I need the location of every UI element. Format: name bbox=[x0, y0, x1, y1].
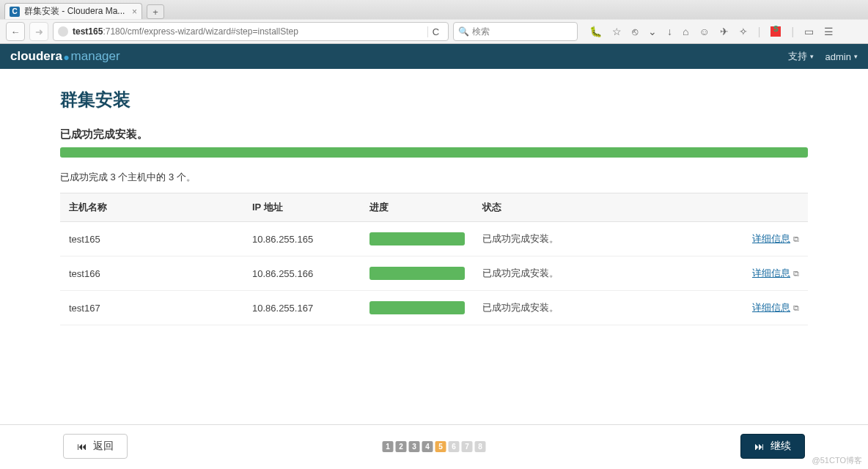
cell-status: 已成功完成安装。 bbox=[474, 222, 720, 256]
url-bar[interactable]: test165:7180/cmf/express-wizard/wizard#s… bbox=[53, 22, 449, 41]
bookmark-star-icon[interactable]: ☆ bbox=[612, 26, 622, 37]
row-progress-bar bbox=[369, 232, 465, 245]
step-2[interactable]: 2 bbox=[396, 441, 407, 452]
next-icon: ⏭ bbox=[754, 440, 765, 452]
tab-title: 群集安装 - Cloudera Ma... bbox=[24, 5, 125, 18]
cell-host: test167 bbox=[60, 291, 243, 325]
pocket-icon[interactable]: ⌄ bbox=[648, 26, 657, 37]
back-wizard-button[interactable]: ⏮ 返回 bbox=[63, 434, 128, 459]
hosts-table: 主机名称 IP 地址 进度 状态 test16510.86.255.165已成功… bbox=[60, 193, 808, 325]
cell-ip: 10.86.255.165 bbox=[243, 222, 361, 256]
support-menu[interactable]: 支持▾ bbox=[788, 50, 814, 63]
table-row: test16510.86.255.165已成功完成安装。详细信息⧉ bbox=[60, 222, 808, 256]
search-placeholder: 検索 bbox=[472, 26, 490, 38]
search-icon: 🔍 bbox=[458, 26, 469, 37]
prev-icon: ⏮ bbox=[77, 440, 87, 452]
external-icon: ⧉ bbox=[793, 234, 799, 243]
summary-text: 已成功完成 3 个主机中的 3 个。 bbox=[60, 171, 808, 184]
menu-icon[interactable]: ☰ bbox=[824, 26, 834, 37]
send-icon[interactable]: ✈ bbox=[720, 26, 729, 37]
reload-icon[interactable]: C bbox=[427, 26, 444, 37]
url-text: test165:7180/cmf/express-wizard/wizard#s… bbox=[73, 26, 298, 37]
admin-menu[interactable]: admin▾ bbox=[825, 50, 858, 63]
snew-icon[interactable] bbox=[770, 26, 781, 37]
step-indicator: 12345678 bbox=[383, 441, 486, 452]
caret-down-icon: ▾ bbox=[854, 53, 858, 60]
detail-link[interactable]: 详细信息 bbox=[752, 302, 790, 313]
library-icon[interactable]: ⎋ bbox=[632, 26, 638, 37]
cell-host: test165 bbox=[60, 222, 243, 256]
step-1[interactable]: 1 bbox=[383, 441, 394, 452]
cell-ip: 10.86.255.167 bbox=[243, 291, 361, 325]
browser-tab-strip: C 群集安装 - Cloudera Ma... × + bbox=[0, 0, 868, 19]
table-row: test16710.86.255.167已成功完成安装。详细信息⧉ bbox=[60, 291, 808, 325]
page-subtitle: 已成功完成安装。 bbox=[60, 128, 808, 141]
window-icon[interactable]: ▭ bbox=[804, 26, 814, 37]
forward-button[interactable]: ➜ bbox=[29, 22, 48, 41]
new-tab-button[interactable]: + bbox=[147, 4, 164, 19]
external-icon: ⧉ bbox=[793, 303, 799, 312]
favicon-icon: C bbox=[10, 7, 20, 17]
main-content: 群集安装 已成功完成安装。 已成功完成 3 个主机中的 3 个。 主机名称 IP… bbox=[0, 69, 868, 325]
continue-button[interactable]: ⏭ 继续 bbox=[740, 434, 805, 459]
detail-link[interactable]: 详细信息 bbox=[752, 233, 790, 244]
row-progress-bar bbox=[369, 267, 465, 280]
back-button[interactable]: ← bbox=[6, 22, 25, 41]
overall-progress-bar bbox=[60, 147, 808, 158]
col-header-progress[interactable]: 进度 bbox=[361, 193, 474, 222]
cell-ip: 10.86.255.166 bbox=[243, 256, 361, 291]
extension-icon[interactable]: 🐛 bbox=[589, 26, 602, 37]
download-icon[interactable]: ↓ bbox=[667, 26, 672, 37]
col-header-status[interactable]: 状态 bbox=[474, 193, 720, 222]
search-box[interactable]: 🔍 検索 bbox=[453, 22, 578, 41]
browser-tab[interactable]: C 群集安装 - Cloudera Ma... × bbox=[4, 3, 142, 19]
browser-toolbar: ← ➜ test165:7180/cmf/express-wizard/wiza… bbox=[0, 19, 868, 44]
step-4[interactable]: 4 bbox=[422, 441, 433, 452]
watermark: @51CTO博客 bbox=[812, 455, 862, 466]
step-7[interactable]: 7 bbox=[462, 441, 473, 452]
page-title: 群集安装 bbox=[60, 88, 808, 111]
step-5[interactable]: 5 bbox=[435, 441, 446, 452]
app-header: cloudera• manager 支持▾ admin▾ bbox=[0, 44, 868, 69]
row-progress-bar bbox=[369, 301, 465, 314]
col-header-ip[interactable]: IP 地址 bbox=[243, 193, 361, 222]
table-row: test16610.86.255.166已成功完成安装。详细信息⧉ bbox=[60, 256, 808, 291]
caret-down-icon: ▾ bbox=[810, 53, 814, 60]
detail-link[interactable]: 详细信息 bbox=[752, 267, 790, 278]
wizard-footer: ⏮ 返回 12345678 ⏭ 继续 bbox=[0, 424, 868, 469]
home-icon[interactable]: ⌂ bbox=[683, 26, 688, 37]
step-8[interactable]: 8 bbox=[475, 441, 486, 452]
external-icon: ⧉ bbox=[793, 269, 799, 278]
col-header-host[interactable]: 主机名称 bbox=[60, 193, 243, 222]
dev-icon[interactable]: ✧ bbox=[739, 26, 748, 37]
step-6[interactable]: 6 bbox=[449, 441, 460, 452]
chat-icon[interactable]: ☺ bbox=[699, 26, 709, 37]
step-3[interactable]: 3 bbox=[409, 441, 420, 452]
cell-status: 已成功完成安装。 bbox=[474, 256, 720, 291]
toolbar-icons: 🐛 ☆ ⎋ ⌄ ↓ ⌂ ☺ ✈ ✧ | | ▭ ☰ bbox=[589, 26, 834, 37]
site-identity-icon bbox=[58, 26, 68, 37]
cell-status: 已成功完成安装。 bbox=[474, 291, 720, 325]
brand-logo[interactable]: cloudera• manager bbox=[10, 49, 120, 64]
cell-host: test166 bbox=[60, 256, 243, 291]
close-icon[interactable]: × bbox=[132, 7, 137, 17]
